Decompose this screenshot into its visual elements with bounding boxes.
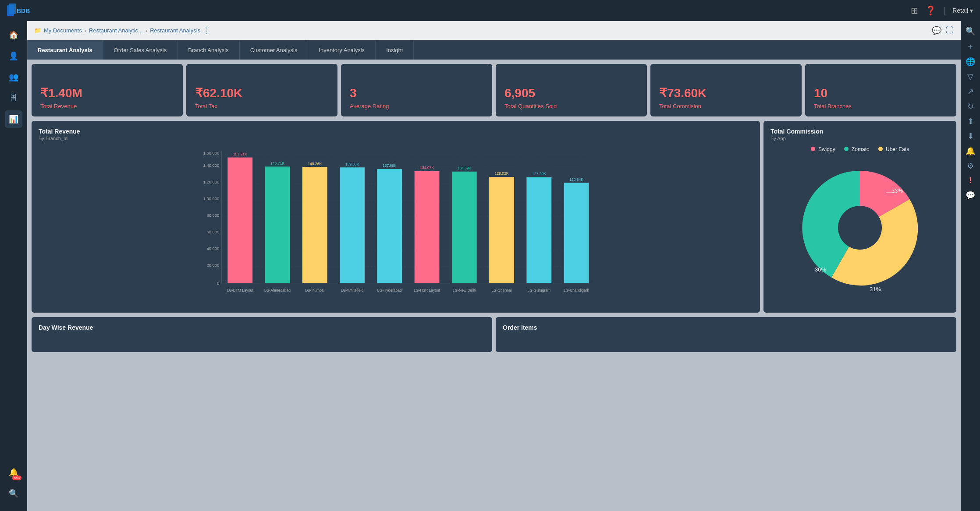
svg-rect-47 [526, 177, 551, 283]
legend-swiggy: Swiggy [811, 146, 835, 152]
bar-chart-subtitle: By Branch_Id [39, 136, 753, 141]
metric-label-branches: Total Branches [814, 103, 948, 109]
metric-label-revenue: Total Revenue [40, 103, 174, 109]
breadcrumb-actions: 💬 ⛶ [932, 26, 954, 35]
right-chat-icon[interactable]: 💬 [966, 190, 975, 200]
tab-order[interactable]: Order Sales Analysis [103, 40, 178, 60]
svg-text:LG-Gurugram: LG-Gurugram [528, 288, 551, 293]
right-sidebar: 🔍 ＋ 🌐 ▽ ↗ ↻ ⬆ ⬇ 🔔 ⚙ ! 💬 [961, 21, 980, 511]
breadcrumb-menu-icon[interactable]: ⋮ [203, 26, 211, 35]
svg-text:LG-BTM Layout: LG-BTM Layout [227, 288, 254, 293]
legend-zomato: Zomato [844, 146, 870, 152]
right-search-icon[interactable]: 🔍 [966, 26, 975, 36]
bottom-row: Day Wise Revenue Order Items [32, 317, 956, 352]
legend-dot-ubereats [878, 147, 883, 151]
tab-insight[interactable]: Insight [376, 40, 414, 60]
top-bar-icons: ⊞ ❓ | Retail ▾ [911, 5, 973, 16]
metric-value-branches: 10 [814, 86, 948, 100]
metric-card-branches: 10 Total Branches [805, 64, 956, 116]
tab-inventory[interactable]: Inventory Analysis [308, 40, 376, 60]
svg-rect-38 [415, 171, 440, 283]
metric-label-rating: Average Rating [350, 103, 483, 109]
left-sidebar: 🏠 👤 👥 🗄 📊 🔔 553 🔍 [0, 21, 27, 511]
metric-card-revenue: ₹1.40M Total Revenue [32, 64, 183, 116]
pie-legend: Swiggy Zomato Uber Eats [811, 146, 909, 152]
right-alert-icon[interactable]: ! [969, 176, 972, 185]
content-area: 🏠 👤 👥 🗄 📊 🔔 553 🔍 📁 My Documents › Resta… [0, 21, 980, 511]
right-refresh-icon[interactable]: ↻ [967, 102, 974, 111]
metric-value-rating: 3 [350, 86, 483, 100]
svg-text:LG-Chandigarh: LG-Chandigarh [564, 288, 589, 293]
pie-center [838, 206, 882, 250]
svg-rect-35 [377, 169, 402, 283]
svg-text:1,60,000: 1,60,000 [203, 151, 220, 155]
metric-card-quantities: 6,905 Total Quantities Sold [496, 64, 647, 116]
svg-text:LG-HSR Layout: LG-HSR Layout [414, 288, 440, 293]
tab-customer[interactable]: Customer Analysis [240, 40, 309, 60]
pie-label-swiggy: 33% [891, 187, 903, 194]
main-content: 📁 My Documents › Restaurant Analytic... … [27, 21, 961, 511]
breadcrumb-item-1[interactable]: My Documents [44, 27, 82, 34]
right-add-icon[interactable]: ＋ [966, 41, 974, 52]
svg-text:128.02K: 128.02K [495, 171, 509, 176]
charts-row: Total Revenue By Branch_Id 0 20,000 [32, 121, 956, 313]
metric-label-quantities: Total Quantities Sold [504, 103, 638, 109]
svg-text:LG-Mumbai: LG-Mumbai [305, 288, 325, 293]
day-wise-revenue-card: Day Wise Revenue [32, 317, 492, 352]
svg-text:LG-New Delhi: LG-New Delhi [453, 288, 476, 293]
pie-chart-subtitle: By App [771, 136, 949, 141]
right-upload-icon[interactable]: ⬆ [967, 116, 974, 126]
svg-text:134.59K: 134.59K [457, 166, 471, 170]
bar-chart-card: Total Revenue By Branch_Id 0 20,000 [32, 121, 760, 313]
retail-selector[interactable]: Retail ▾ [952, 7, 973, 14]
breadcrumb-item-2[interactable]: Restaurant Analytic... [89, 27, 143, 34]
svg-text:120.54K: 120.54K [569, 177, 583, 182]
svg-text:LG-Whitefield: LG-Whitefield [341, 288, 364, 293]
svg-rect-44 [489, 177, 514, 283]
svg-text:0: 0 [217, 281, 219, 285]
metric-cards: ₹1.40M Total Revenue ₹62.10K Total Tax 3… [32, 64, 956, 116]
tabs-bar: Restaurant Analysis Order Sales Analysis… [27, 40, 961, 60]
svg-rect-1 [9, 4, 16, 14]
svg-rect-50 [564, 183, 589, 283]
right-share-icon[interactable]: ↗ [967, 87, 974, 96]
sidebar-item-users[interactable]: 👥 [5, 68, 22, 86]
metric-label-tax: Total Tax [195, 103, 329, 109]
metric-card-rating: 3 Average Rating [341, 64, 492, 116]
right-download-icon[interactable]: ⬇ [967, 131, 974, 141]
tab-restaurant[interactable]: Restaurant Analysis [27, 40, 103, 60]
sidebar-item-user[interactable]: 👤 [5, 47, 22, 65]
metric-value-commission: ₹73.60K [659, 86, 793, 100]
right-globe-icon[interactable]: 🌐 [966, 57, 975, 67]
svg-text:140.71K: 140.71K [270, 161, 284, 166]
right-settings-icon[interactable]: ⚙ [967, 161, 974, 171]
svg-text:LG-Hyderabad: LG-Hyderabad [377, 288, 402, 293]
legend-dot-zomato [844, 147, 849, 151]
breadcrumb-folder-icon: 📁 [34, 27, 41, 34]
breadcrumb: 📁 My Documents › Restaurant Analytic... … [34, 26, 211, 35]
chat-icon[interactable]: 💬 [932, 26, 941, 35]
day-wise-revenue-title: Day Wise Revenue [39, 324, 485, 331]
grid-icon[interactable]: ⊞ [911, 5, 918, 16]
sidebar-item-analytics[interactable]: 📊 [5, 110, 22, 128]
metric-card-commission: ₹73.60K Total Commision [650, 64, 802, 116]
top-bar: BDB ⊞ ❓ | Retail ▾ [0, 0, 980, 21]
breadcrumb-item-3[interactable]: Restaurant Analysis [150, 27, 200, 34]
pie-label-ubereats: 36% [815, 266, 826, 273]
help-icon[interactable]: ❓ [925, 5, 936, 16]
right-bell-icon[interactable]: 🔔 [966, 146, 975, 156]
sidebar-item-search[interactable]: 🔍 [5, 485, 22, 502]
sidebar-item-data[interactable]: 🗄 [5, 89, 22, 107]
svg-text:1,00,000: 1,00,000 [203, 196, 220, 201]
svg-text:BDB: BDB [17, 7, 30, 14]
svg-text:139.55K: 139.55K [345, 162, 359, 166]
right-filter-icon[interactable]: ▽ [967, 72, 973, 81]
bar-chart-svg: 0 20,000 40,000 60,000 80,000 1,00,000 [39, 146, 753, 304]
tab-branch[interactable]: Branch Analysis [178, 40, 240, 60]
pie-chart-card: Total Commission By App Swiggy Zomato [763, 121, 956, 313]
sidebar-item-notifications[interactable]: 🔔 553 [5, 464, 22, 481]
sidebar-item-home[interactable]: 🏠 [5, 26, 22, 44]
svg-text:60,000: 60,000 [206, 229, 219, 234]
fullscreen-icon[interactable]: ⛶ [946, 26, 954, 35]
notification-badge: 553 [12, 476, 21, 480]
